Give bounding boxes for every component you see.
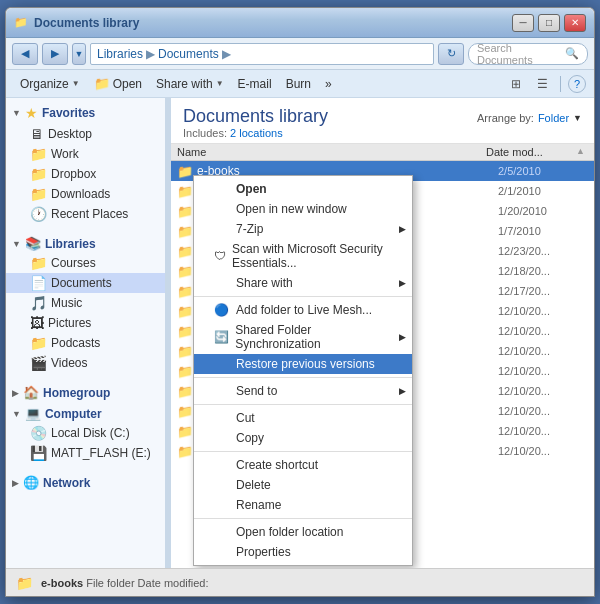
context-menu-item[interactable]: Rename	[194, 495, 412, 515]
libraries-expand-icon: ▼	[12, 239, 21, 249]
open-icon: 📁	[94, 76, 110, 91]
sidebar-item-pictures[interactable]: 🖼 Pictures	[6, 313, 165, 333]
sidebar-item-dropbox[interactable]: 📁 Dropbox	[6, 164, 165, 184]
view-options-button[interactable]: ⊞	[505, 74, 527, 94]
search-box[interactable]: Search Documents 🔍	[468, 43, 588, 65]
context-menu-item[interactable]: Open folder location	[194, 522, 412, 542]
context-menu-item[interactable]: Share with▶	[194, 273, 412, 293]
back-button[interactable]: ◀	[12, 43, 38, 65]
homegroup-section[interactable]: ▶ 🏠 Homegroup	[6, 381, 165, 402]
pictures-icon: 🖼	[30, 315, 44, 331]
arrange-value[interactable]: Folder	[538, 112, 569, 124]
ctx-item-label: Shared Folder Synchronization	[235, 323, 392, 351]
refresh-button[interactable]: ↻	[438, 43, 464, 65]
sidebar-item-downloads[interactable]: 📁 Downloads	[6, 184, 165, 204]
favorites-section[interactable]: ▼ ★ Favorites	[6, 102, 165, 124]
library-title: Documents library	[183, 106, 328, 127]
sidebar-item-flash[interactable]: 💾 MATT_FLASH (E:)	[6, 443, 165, 463]
context-menu-item[interactable]: Delete	[194, 475, 412, 495]
maximize-button[interactable]: □	[538, 14, 560, 32]
context-menu-item[interactable]: 7-Zip▶	[194, 219, 412, 239]
col-name-header[interactable]: Name	[177, 146, 486, 158]
status-type-label: File folder	[86, 577, 134, 589]
locations-link[interactable]: 2 locations	[230, 127, 283, 139]
context-menu-item[interactable]: Copy	[194, 428, 412, 448]
sidebar-item-music[interactable]: 🎵 Music	[6, 293, 165, 313]
context-menu-item[interactable]: Create shortcut	[194, 455, 412, 475]
sidebar-item-documents[interactable]: 📄 Documents	[6, 273, 165, 293]
status-bar: 📁 e-books File folder Date modified:	[6, 568, 594, 596]
context-menu-item[interactable]: Cut	[194, 408, 412, 428]
close-button[interactable]: ✕	[564, 14, 586, 32]
favorites-label: Favorites	[42, 106, 95, 120]
context-menu: OpenOpen in new window7-Zip▶🛡Scan with M…	[193, 175, 413, 566]
courses-icon: 📁	[30, 255, 47, 271]
content-area: ▼ ★ Favorites 🖥 Desktop 📁 Work 📁 Dropbox…	[6, 98, 594, 568]
ctx-submenu-arrow: ▶	[399, 386, 406, 396]
address-bar: ◀ ▶ ▼ Libraries ▶ Documents ▶ ↻ Search D…	[6, 38, 594, 70]
computer-expand-icon: ▼	[12, 409, 21, 419]
col-date-header[interactable]: Date mod...	[486, 146, 576, 158]
folder-icon: 📁	[177, 404, 193, 419]
email-button[interactable]: E-mail	[232, 73, 278, 95]
dropbox-icon: 📁	[30, 166, 47, 182]
explorer-window: 📁 Documents library ─ □ ✕ ◀ ▶ ▼ Librarie…	[5, 7, 595, 597]
network-expand-icon: ▶	[12, 478, 19, 488]
libraries-section[interactable]: ▼ 📚 Libraries	[6, 232, 165, 253]
network-section[interactable]: ▶ 🌐 Network	[6, 471, 165, 492]
context-menu-separator	[194, 296, 412, 297]
videos-icon: 🎬	[30, 355, 47, 371]
folder-icon: 📁	[177, 204, 193, 219]
status-item-name: e-books	[41, 577, 83, 589]
burn-button[interactable]: Burn	[280, 73, 317, 95]
sidebar-item-courses[interactable]: 📁 Courses	[6, 253, 165, 273]
context-menu-item[interactable]: Properties	[194, 542, 412, 562]
folder-icon: 📁	[177, 364, 193, 379]
recent-button[interactable]: ▼	[72, 43, 86, 65]
context-menu-item[interactable]: 🔄Shared Folder Synchronization▶	[194, 320, 412, 354]
sidebar-item-recent-places[interactable]: 🕐 Recent Places	[6, 204, 165, 224]
context-menu-item[interactable]: Send to▶	[194, 381, 412, 401]
minimize-button[interactable]: ─	[512, 14, 534, 32]
arrange-arrow-icon: ▼	[573, 113, 582, 123]
title-bar-text: Documents library	[34, 16, 139, 30]
ctx-item-label: Add folder to Live Mesh...	[236, 303, 372, 317]
open-button[interactable]: 📁 Open	[88, 73, 148, 95]
organize-button[interactable]: Organize ▼	[14, 73, 86, 95]
folder-icon: 📁	[177, 444, 193, 459]
ctx-item-label: Cut	[236, 411, 255, 425]
title-bar: 📁 Documents library ─ □ ✕	[6, 8, 594, 38]
context-menu-item[interactable]: Open	[194, 179, 412, 199]
context-menu-item[interactable]: 🛡Scan with Microsoft Security Essentials…	[194, 239, 412, 273]
more-button[interactable]: »	[319, 73, 338, 95]
folder-icon: 📁	[177, 304, 193, 319]
context-menu-item[interactable]: 🔵Add folder to Live Mesh...	[194, 300, 412, 320]
help-button[interactable]: ?	[568, 75, 586, 93]
address-path[interactable]: Libraries ▶ Documents ▶	[90, 43, 434, 65]
computer-section[interactable]: ▼ 💻 Computer	[6, 402, 165, 423]
context-menu-separator	[194, 518, 412, 519]
library-subtitle: Includes: 2 locations	[183, 127, 328, 139]
sidebar-item-desktop[interactable]: 🖥 Desktop	[6, 124, 165, 144]
context-menu-item[interactable]: Restore previous versions	[194, 354, 412, 374]
folder-icon: 📁	[177, 284, 193, 299]
context-menu-item[interactable]: Open in new window	[194, 199, 412, 219]
view-list-button[interactable]: ☰	[531, 74, 553, 94]
folder-icon: 📁	[177, 384, 193, 399]
ctx-item-label: Scan with Microsoft Security Essentials.…	[232, 242, 392, 270]
breadcrumb-documents[interactable]: Documents	[158, 47, 219, 61]
sidebar-item-local-disk[interactable]: 💿 Local Disk (C:)	[6, 423, 165, 443]
work-icon: 📁	[30, 146, 47, 162]
ctx-submenu-arrow: ▶	[399, 332, 406, 342]
status-info: e-books File folder Date modified:	[41, 577, 584, 589]
ctx-item-icon: 🔵	[214, 303, 230, 317]
sidebar-item-podcasts[interactable]: 📁 Podcasts	[6, 333, 165, 353]
column-headers: Name Date mod... ▲	[171, 144, 594, 161]
ctx-item-label: Open in new window	[236, 202, 347, 216]
share-with-button[interactable]: Share with ▼	[150, 73, 230, 95]
libraries-label: Libraries	[45, 237, 96, 251]
forward-button[interactable]: ▶	[42, 43, 68, 65]
sidebar-item-work[interactable]: 📁 Work	[6, 144, 165, 164]
breadcrumb-libraries[interactable]: Libraries	[97, 47, 143, 61]
sidebar-item-videos[interactable]: 🎬 Videos	[6, 353, 165, 373]
